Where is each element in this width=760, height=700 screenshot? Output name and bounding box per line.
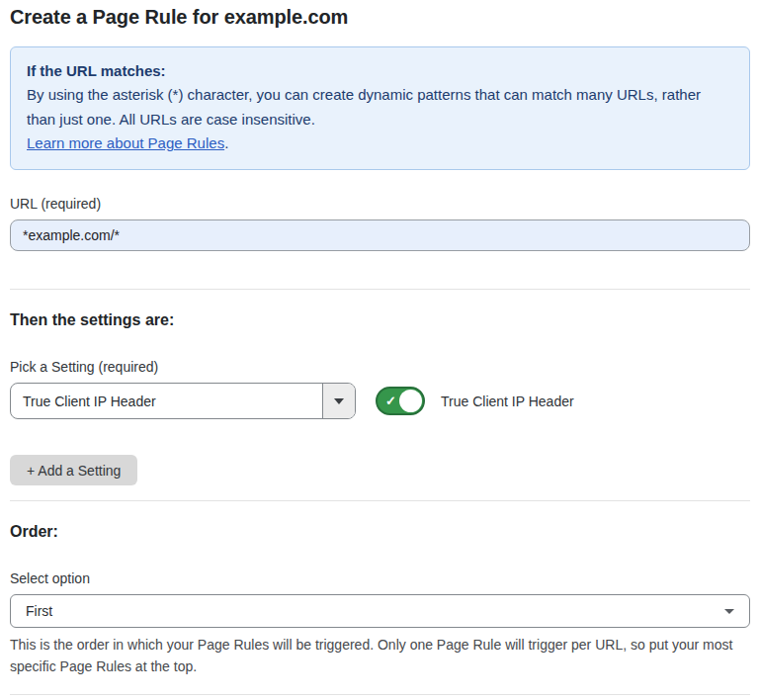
- url-input[interactable]: [10, 219, 750, 251]
- chevron-down-icon: [334, 398, 344, 404]
- settings-heading: Then the settings are:: [10, 311, 750, 329]
- setting-dropdown-value: True Client IP Header: [11, 384, 322, 418]
- learn-more-link[interactable]: Learn more about Page Rules: [27, 134, 224, 151]
- check-icon: ✓: [385, 394, 396, 407]
- section-divider: [10, 289, 750, 290]
- setting-dropdown[interactable]: True Client IP Header: [10, 383, 356, 419]
- url-match-info-box: If the URL matches: By using the asteris…: [10, 46, 750, 170]
- link-period: .: [224, 134, 228, 151]
- url-label: URL (required): [10, 196, 750, 212]
- setting-toggle-group: ✓ True Client IP Header: [376, 387, 574, 415]
- info-box-link-line: Learn more about Page Rules.: [27, 131, 733, 155]
- page-rule-form: Create a Page Rule for example.com If th…: [0, 0, 760, 700]
- setting-dropdown-arrow-button[interactable]: [322, 384, 355, 418]
- info-box-heading: If the URL matches:: [27, 59, 733, 83]
- toggle-knob: [399, 390, 422, 412]
- order-select-label: Select option: [10, 570, 750, 586]
- setting-toggle-label: True Client IP Header: [441, 394, 574, 409]
- info-box-body-text: By using the asterisk (*) character, you…: [27, 86, 701, 127]
- add-setting-button[interactable]: + Add a Setting: [10, 455, 137, 485]
- order-select-value: First: [26, 603, 52, 619]
- pick-setting-label: Pick a Setting (required): [10, 359, 750, 375]
- chevron-down-icon: [724, 609, 734, 614]
- setting-toggle[interactable]: ✓: [376, 387, 425, 415]
- footer-divider: [10, 694, 750, 695]
- info-box-body: By using the asterisk (*) character, you…: [27, 83, 733, 131]
- order-heading: Order:: [10, 523, 750, 541]
- setting-row: True Client IP Header ✓ True Client IP H…: [10, 383, 750, 419]
- page-title: Create a Page Rule for example.com: [10, 6, 750, 29]
- order-select[interactable]: First: [10, 594, 750, 628]
- order-help-text: This is the order in which your Page Rul…: [10, 635, 750, 677]
- section-divider: [10, 500, 750, 501]
